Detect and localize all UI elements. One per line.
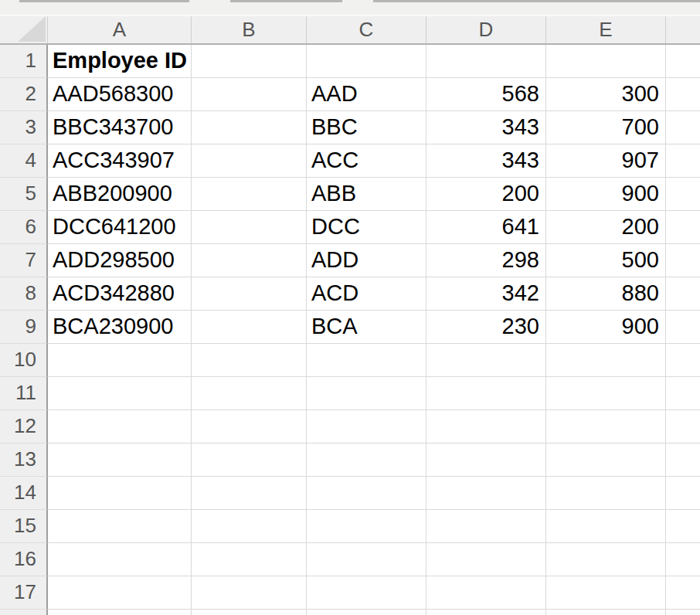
- cell[interactable]: [426, 610, 546, 615]
- cell-D16[interactable]: [426, 543, 546, 576]
- cell-F10[interactable]: [666, 344, 700, 377]
- row-header-13[interactable]: 13: [0, 443, 48, 477]
- cell-B9[interactable]: [192, 311, 307, 344]
- row-header-9[interactable]: 9: [0, 311, 48, 344]
- row-header-12[interactable]: 12: [0, 410, 48, 443]
- cell-E9[interactable]: 900: [546, 311, 666, 344]
- cell-D13[interactable]: [426, 443, 546, 477]
- cell-D15[interactable]: [426, 510, 546, 543]
- cell-B8[interactable]: [192, 277, 307, 311]
- cell-D6[interactable]: 641: [426, 211, 546, 244]
- cell-E11[interactable]: [546, 377, 666, 410]
- select-all-corner[interactable]: [0, 16, 48, 43]
- cell-C2[interactable]: AAD: [307, 78, 426, 111]
- row-header-16[interactable]: 16: [0, 543, 48, 576]
- cell-A10[interactable]: [48, 344, 192, 377]
- column-header-D[interactable]: D: [426, 16, 546, 43]
- row-header-1[interactable]: 1: [0, 45, 48, 78]
- cell-B6[interactable]: [192, 211, 307, 244]
- cell-F15[interactable]: [666, 510, 700, 543]
- cell-A17[interactable]: [48, 576, 192, 610]
- cell-A4[interactable]: ACC343907: [48, 144, 192, 178]
- cell-F4[interactable]: [666, 144, 700, 178]
- cell-D14[interactable]: [426, 477, 546, 510]
- cell[interactable]: [546, 610, 666, 615]
- column-header-F[interactable]: [666, 16, 700, 43]
- cell-D8[interactable]: 342: [426, 277, 546, 311]
- cell-C5[interactable]: ABB: [307, 178, 426, 211]
- cell-B12[interactable]: [192, 410, 307, 443]
- cell-E10[interactable]: [546, 344, 666, 377]
- cell-C16[interactable]: [307, 543, 426, 576]
- cell-E13[interactable]: [546, 443, 666, 477]
- cell-B3[interactable]: [192, 111, 307, 144]
- cell-A16[interactable]: [48, 543, 192, 576]
- cell-B4[interactable]: [192, 144, 307, 178]
- cell-A1[interactable]: Employee ID: [48, 45, 192, 78]
- cell-F3[interactable]: [666, 111, 700, 144]
- row-header-2[interactable]: 2: [0, 78, 48, 111]
- cell-B13[interactable]: [192, 443, 307, 477]
- cell-B5[interactable]: [192, 178, 307, 211]
- row-header-6[interactable]: 6: [0, 211, 48, 244]
- cell-A9[interactable]: BCA230900: [48, 311, 192, 344]
- cell-B7[interactable]: [192, 244, 307, 277]
- row-header-4[interactable]: 4: [0, 144, 48, 178]
- cell[interactable]: [307, 610, 426, 615]
- cell-E1[interactable]: [546, 45, 666, 78]
- cell-F9[interactable]: [666, 311, 700, 344]
- cell-C3[interactable]: BBC: [307, 111, 426, 144]
- cell-D12[interactable]: [426, 410, 546, 443]
- cell-D10[interactable]: [426, 344, 546, 377]
- cell[interactable]: [192, 610, 307, 615]
- cell-C11[interactable]: [307, 377, 426, 410]
- row-header-18-partial[interactable]: [0, 610, 48, 615]
- cell-A15[interactable]: [48, 510, 192, 543]
- cell-E5[interactable]: 900: [546, 178, 666, 211]
- cell-C8[interactable]: ACD: [307, 277, 426, 311]
- cell-E6[interactable]: 200: [546, 211, 666, 244]
- cell-D7[interactable]: 298: [426, 244, 546, 277]
- cell-D17[interactable]: [426, 576, 546, 610]
- cell-E4[interactable]: 907: [546, 144, 666, 178]
- row-header-8[interactable]: 8: [0, 277, 48, 311]
- cell-A3[interactable]: BBC343700: [48, 111, 192, 144]
- cell[interactable]: [48, 610, 192, 615]
- row-header-14[interactable]: 14: [0, 477, 48, 510]
- row-header-10[interactable]: 10: [0, 344, 48, 377]
- cell-F7[interactable]: [666, 244, 700, 277]
- cell-F6[interactable]: [666, 211, 700, 244]
- cell-F17[interactable]: [666, 576, 700, 610]
- cell-E7[interactable]: 500: [546, 244, 666, 277]
- cell-E14[interactable]: [546, 477, 666, 510]
- cell-C7[interactable]: ADD: [307, 244, 426, 277]
- cell-E12[interactable]: [546, 410, 666, 443]
- row-header-17[interactable]: 17: [0, 576, 48, 610]
- cell-B2[interactable]: [192, 78, 307, 111]
- cell-C17[interactable]: [307, 576, 426, 610]
- cell-C10[interactable]: [307, 344, 426, 377]
- cell-D11[interactable]: [426, 377, 546, 410]
- row-header-3[interactable]: 3: [0, 111, 48, 144]
- cell-A12[interactable]: [48, 410, 192, 443]
- cell-C4[interactable]: ACC: [307, 144, 426, 178]
- cell-B11[interactable]: [192, 377, 307, 410]
- cell-F2[interactable]: [666, 78, 700, 111]
- row-header-7[interactable]: 7: [0, 244, 48, 277]
- cell-C1[interactable]: [307, 45, 426, 78]
- column-header-E[interactable]: E: [546, 16, 666, 43]
- cell-E17[interactable]: [546, 576, 666, 610]
- cell-A11[interactable]: [48, 377, 192, 410]
- cell-D2[interactable]: 568: [426, 78, 546, 111]
- cell-F14[interactable]: [666, 477, 700, 510]
- cell-B1[interactable]: [192, 45, 307, 78]
- cell-C6[interactable]: DCC: [307, 211, 426, 244]
- cell-C15[interactable]: [307, 510, 426, 543]
- cell-F16[interactable]: [666, 543, 700, 576]
- cell-A6[interactable]: DCC641200: [48, 211, 192, 244]
- cell-F11[interactable]: [666, 377, 700, 410]
- cell-C12[interactable]: [307, 410, 426, 443]
- row-header-11[interactable]: 11: [0, 377, 48, 410]
- cell-B16[interactable]: [192, 543, 307, 576]
- cell-E16[interactable]: [546, 543, 666, 576]
